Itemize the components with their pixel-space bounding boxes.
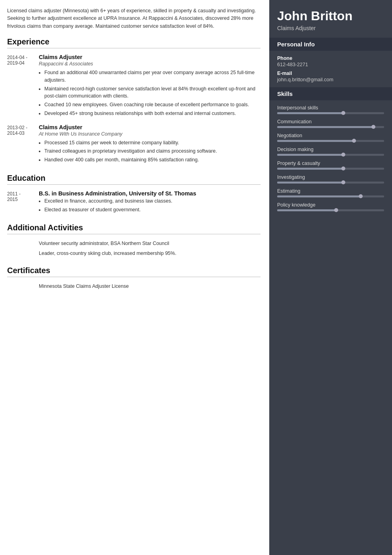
entry-bullets: Excelled in finance, accounting, and bus… <box>39 197 261 214</box>
skill-bar-fill <box>277 168 343 170</box>
skill-name: Negotiation <box>277 133 384 138</box>
skill-bar-fill <box>277 154 343 156</box>
entry-date: 2011 -2015 <box>7 190 39 215</box>
entry-content: Claims Adjuster Rappaccini & Associates … <box>39 54 261 119</box>
skill-block: Interpersonal skills <box>277 105 384 114</box>
sidebar-header: John Britton Claims Adjuster <box>269 0 392 38</box>
skill-bar-fill <box>277 182 343 184</box>
certificates-section: Certificates Minnesota State Claims Adju… <box>7 266 261 290</box>
activities-title: Additional Activities <box>7 223 261 234</box>
skill-bar-fill <box>277 195 361 197</box>
entry-content: Claims Adjuster At Home With Us Insuranc… <box>39 124 261 165</box>
skill-block: Policy knowledge <box>277 202 384 211</box>
skill-bar-dot <box>352 139 356 143</box>
skill-bar-bg <box>277 112 384 114</box>
skill-name: Estimating <box>277 188 384 194</box>
entry-title: Claims Adjuster <box>39 54 261 60</box>
education-title: Education <box>7 174 261 185</box>
entry-date: 2014-04 -2019-04 <box>7 54 39 119</box>
skill-bar-bg <box>277 182 384 184</box>
certificates-title: Certificates <box>7 266 261 277</box>
skill-bar-dot <box>341 111 345 115</box>
certificate-item: Minnesota State Claims Adjuster License <box>39 283 261 290</box>
email-label: E-mail <box>277 71 384 76</box>
right-column: John Britton Claims Adjuster Personal In… <box>269 0 392 555</box>
skill-bar-dot <box>334 208 338 212</box>
experience-entry: 2013-02 -2014-03 Claims Adjuster At Home… <box>7 124 261 165</box>
skill-bar-dot <box>341 166 345 170</box>
skill-name: Investigating <box>277 174 384 180</box>
phone-label: Phone <box>277 56 384 61</box>
skill-block: Property & casualty <box>277 161 384 170</box>
summary-text: Licensed claims adjuster (Minnesota) wit… <box>7 7 261 30</box>
skill-bar-bg <box>277 126 384 128</box>
experience-title: Experience <box>7 37 261 48</box>
skill-name: Interpersonal skills <box>277 105 384 111</box>
skill-name: Decision making <box>277 147 384 152</box>
experience-entry: 2014-04 -2019-04 Claims Adjuster Rappacc… <box>7 54 261 119</box>
entry-title: Claims Adjuster <box>39 124 261 130</box>
skill-bar-fill <box>277 112 343 114</box>
skill-bar-bg <box>277 154 384 156</box>
entry-title: B.S. in Business Administration, Univers… <box>39 190 261 197</box>
personal-info-title: Personal Info <box>269 38 392 51</box>
entry-bullets: Processed 15 claims per week to determin… <box>39 139 261 164</box>
entry-subtitle: Rappaccini & Associates <box>39 61 261 67</box>
skill-name: Property & casualty <box>277 161 384 166</box>
bullet-item: Maintained record-high customer service … <box>44 85 261 100</box>
skill-block: Negotiation <box>277 133 384 142</box>
experience-section: Experience 2014-04 -2019-04 Claims Adjus… <box>7 37 261 165</box>
entry-bullets: Found an additional 400 unwarranted clai… <box>39 69 261 117</box>
skill-name: Communication <box>277 119 384 124</box>
activity-item: Volunteer security administrator, BSA No… <box>39 240 261 247</box>
email-value: john.q.britton@gmail.com <box>277 77 384 82</box>
skill-bar-bg <box>277 168 384 170</box>
left-column: Licensed claims adjuster (Minnesota) wit… <box>0 0 269 555</box>
skill-name: Policy knowledge <box>277 202 384 208</box>
bullet-item: Excelled in finance, accounting, and bus… <box>44 197 261 205</box>
skill-bar-dot <box>359 194 363 198</box>
sidebar-name: John Britton <box>277 9 384 23</box>
bullet-item: Elected as treasurer of student governme… <box>44 206 261 214</box>
entry-content: B.S. in Business Administration, Univers… <box>39 190 261 215</box>
skill-block: Decision making <box>277 147 384 156</box>
skill-bar-dot <box>341 153 345 157</box>
phone-value: 612-483-2271 <box>277 62 384 67</box>
education-section: Education 2011 -2015 B.S. in Business Ad… <box>7 174 261 215</box>
bullet-item: Trained colleagues in proprietary invest… <box>44 147 261 155</box>
entry-subtitle: At Home With Us Insurance Company <box>39 131 261 137</box>
skill-bar-fill <box>277 126 373 128</box>
bullet-item: Coached 10 new employees. Given coaching… <box>44 101 261 109</box>
skill-block: Estimating <box>277 188 384 197</box>
skill-bar-bg <box>277 209 384 211</box>
sidebar-job-title: Claims Adjuster <box>277 25 384 31</box>
entry-date: 2013-02 -2014-03 <box>7 124 39 165</box>
activities-section: Additional Activities Volunteer security… <box>7 223 261 257</box>
skill-bar-dot <box>371 125 375 129</box>
skill-block: Communication <box>277 119 384 128</box>
education-entry: 2011 -2015 B.S. in Business Administrati… <box>7 190 261 215</box>
skill-bar-bg <box>277 140 384 142</box>
bullet-item: Developed 45+ strong business relationsh… <box>44 110 261 117</box>
skills-content: Interpersonal skills Communication Negot… <box>269 100 392 221</box>
skill-block: Investigating <box>277 174 384 184</box>
bullet-item: Handled over 400 calls per month, mainta… <box>44 156 261 164</box>
skill-bar-dot <box>341 180 345 184</box>
activity-item: Leader, cross-country skiing club, incre… <box>39 250 261 257</box>
personal-info-content: Phone 612-483-2271 E-mail john.q.britton… <box>269 51 392 87</box>
skill-bar-fill <box>277 209 336 211</box>
bullet-item: Processed 15 claims per week to determin… <box>44 139 261 147</box>
skills-title: Skills <box>269 87 392 100</box>
skill-bar-fill <box>277 140 354 142</box>
bullet-item: Found an additional 400 unwarranted clai… <box>44 69 261 84</box>
skill-bar-bg <box>277 195 384 197</box>
